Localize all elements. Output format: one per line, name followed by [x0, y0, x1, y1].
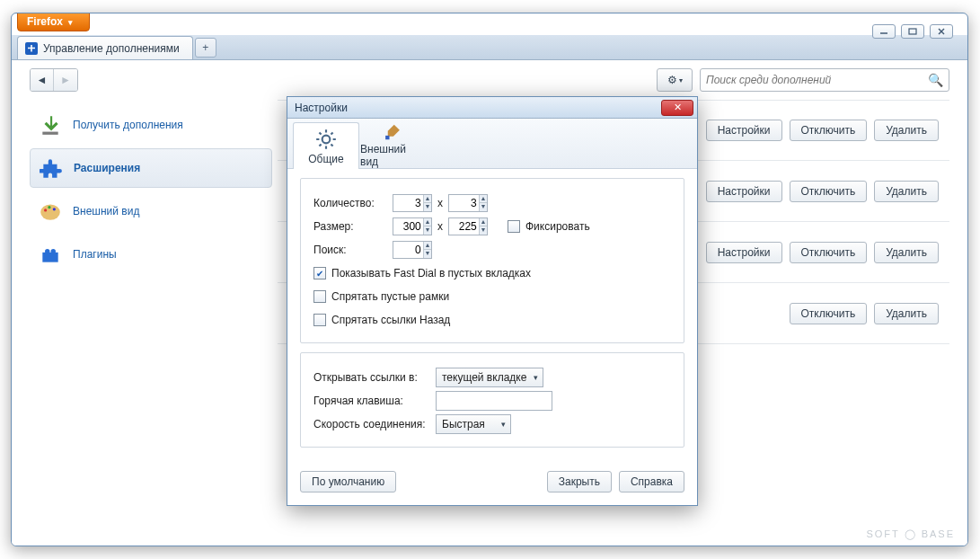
tab-label: Управление дополнениями: [43, 42, 180, 55]
palette-icon: [39, 200, 62, 223]
dialog-body: Количество: ▲▼ x ▲▼ Размер: ▲▼ x ▲▼ Фикс…: [287, 169, 697, 464]
svg-point-8: [53, 208, 56, 210]
close-dialog-button[interactable]: Закрыть: [547, 471, 612, 492]
svg-rect-4: [42, 132, 57, 135]
close-button[interactable]: [930, 24, 953, 39]
label-search: Поиск:: [313, 244, 387, 256]
search-box[interactable]: 🔍: [700, 68, 949, 92]
conn-speed-select[interactable]: Быстрая: [436, 414, 511, 434]
sidebar-item-label: Получить дополнения: [73, 119, 183, 131]
watermark: SOFT ◯ BASE: [866, 528, 955, 540]
sidebar-item-label: Плагины: [73, 248, 117, 261]
titlebar: Firefox: [12, 13, 967, 35]
tab-label: Общие: [308, 153, 343, 165]
lego-icon: [39, 243, 62, 266]
gear-icon: [314, 128, 338, 151]
nav-buttons: ◄ ►: [30, 68, 78, 92]
label-quantity: Количество:: [313, 197, 387, 209]
hide-empty-checkbox[interactable]: [313, 290, 326, 303]
dialog-title: Настройки: [295, 102, 348, 114]
forward-button[interactable]: ►: [54, 69, 77, 91]
group-links: Открывать ссылки в: текущей вкладке Горя…: [300, 352, 684, 448]
disable-button[interactable]: Отключить: [790, 242, 868, 263]
label-open-links: Открывать ссылки в:: [313, 371, 430, 384]
disable-button[interactable]: Отключить: [790, 181, 868, 202]
label-hotkey: Горячая клавиша:: [313, 395, 430, 407]
rows-input[interactable]: ▲▼: [448, 194, 488, 212]
svg-rect-13: [385, 136, 389, 139]
sidebar-item-label: Внешний вид: [73, 205, 139, 217]
tab-general[interactable]: Общие: [293, 122, 359, 169]
settings-button[interactable]: Настройки: [706, 181, 782, 202]
svg-point-12: [322, 135, 331, 143]
tab-label: Внешний вид: [360, 143, 425, 168]
cols-input[interactable]: ▲▼: [393, 194, 432, 212]
svg-point-6: [44, 209, 47, 211]
disable-button[interactable]: Отключить: [790, 120, 868, 141]
open-links-select[interactable]: текущей вкладке: [436, 368, 543, 387]
label-size: Размер:: [313, 220, 387, 233]
new-tab-button[interactable]: +: [195, 38, 216, 58]
settings-button[interactable]: Настройки: [706, 242, 782, 263]
brush-icon: [381, 122, 404, 141]
dialog-tabs: Общие Внешний вид: [287, 119, 697, 169]
sidebar-item-appearance[interactable]: Внешний вид: [30, 191, 272, 231]
show-fastdial-checkbox[interactable]: ✔: [313, 267, 326, 280]
tabstrip: Управление дополнениями +: [12, 35, 967, 60]
svg-rect-1: [909, 29, 916, 34]
search-icon: 🔍: [928, 73, 943, 87]
minimize-button[interactable]: [872, 24, 896, 39]
dialog-footer: По умолчанию Закрыть Справка: [287, 464, 697, 505]
settings-button[interactable]: Настройки: [706, 120, 782, 141]
hide-back-checkbox[interactable]: [313, 314, 326, 326]
help-button[interactable]: Справка: [619, 471, 684, 492]
label-x: x: [437, 220, 443, 233]
label-fix: Фиксировать: [525, 220, 590, 233]
gear-icon: ⚙: [667, 74, 677, 86]
tools-dropdown[interactable]: ⚙▾: [657, 68, 693, 92]
dialog-titlebar[interactable]: Настройки ✕: [287, 97, 697, 119]
group-dimensions: Количество: ▲▼ x ▲▼ Размер: ▲▼ x ▲▼ Фикс…: [300, 178, 684, 343]
puzzle-icon: [25, 42, 38, 55]
label-hide-empty: Спрятать пустые рамки: [331, 290, 449, 303]
tab-appearance[interactable]: Внешний вид: [359, 121, 426, 168]
search-num-input[interactable]: ▲▼: [393, 241, 432, 259]
remove-button[interactable]: Удалить: [874, 181, 939, 202]
width-input[interactable]: ▲▼: [393, 217, 432, 235]
label-show-fd: Показывать Fast Dial в пустых вкладках: [331, 267, 531, 280]
sidebar-item-label: Расширения: [74, 162, 140, 174]
label-x: x: [437, 197, 443, 209]
sidebar-item-plugins[interactable]: Плагины: [30, 235, 272, 274]
defaults-button[interactable]: По умолчанию: [300, 471, 396, 492]
svg-point-10: [45, 249, 49, 253]
remove-button[interactable]: Удалить: [874, 242, 939, 263]
svg-rect-9: [42, 253, 57, 262]
puzzle-icon: [40, 156, 63, 180]
remove-button[interactable]: Удалить: [874, 303, 939, 324]
search-input[interactable]: [706, 74, 928, 86]
maximize-button[interactable]: [901, 24, 924, 39]
dialog-close-button[interactable]: ✕: [661, 100, 693, 116]
svg-point-7: [48, 206, 50, 209]
tab-addons[interactable]: Управление дополнениями: [17, 36, 193, 59]
label-conn-speed: Скорость соединения:: [313, 418, 430, 430]
settings-dialog: Настройки ✕ Общие Внешний вид Количество…: [287, 96, 698, 506]
svg-point-11: [51, 249, 56, 253]
toolbar: ◄ ► ⚙▾ 🔍: [12, 60, 967, 100]
hotkey-input[interactable]: [436, 391, 552, 411]
fix-checkbox[interactable]: [508, 220, 520, 233]
remove-button[interactable]: Удалить: [874, 120, 939, 141]
sidebar: Получить дополнения Расширения Внешний в…: [30, 100, 272, 344]
label-hide-back: Спрятать ссылки Назад: [331, 314, 450, 326]
height-input[interactable]: ▲▼: [448, 217, 488, 235]
disable-button[interactable]: Отключить: [790, 303, 868, 324]
download-icon: [39, 113, 62, 137]
sidebar-item-get-addons[interactable]: Получить дополнения: [30, 105, 272, 145]
sidebar-item-extensions[interactable]: Расширения: [30, 148, 272, 188]
firefox-menu-button[interactable]: Firefox: [17, 13, 90, 31]
back-button[interactable]: ◄: [31, 69, 54, 91]
window-controls: [872, 24, 953, 39]
